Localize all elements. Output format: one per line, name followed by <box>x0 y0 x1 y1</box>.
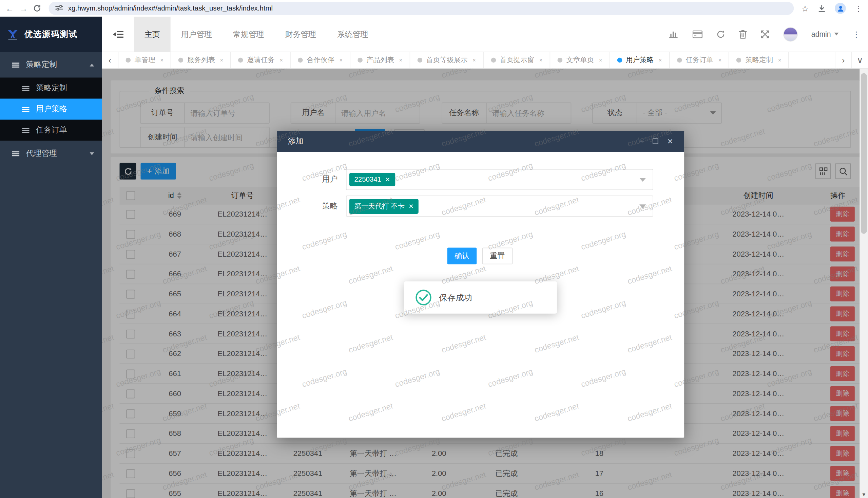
chevron-down-icon <box>90 152 94 155</box>
site-settings-icon[interactable] <box>55 3 63 13</box>
tab-label: 首页等级展示 <box>426 55 467 65</box>
tab-close-icon[interactable]: × <box>599 57 602 63</box>
tab-label: 文章单页 <box>566 55 594 65</box>
sidebar-item-任务订单[interactable]: 任务订单 <box>0 120 102 141</box>
browser-reload-icon[interactable] <box>33 4 41 12</box>
download-icon[interactable] <box>817 4 826 12</box>
appbar: 主页用户管理常规管理财务管理系统管理 a <box>102 17 868 52</box>
tab[interactable]: 服务列表× <box>171 52 231 68</box>
strategy-tag-value: 第一天代打 不卡 <box>354 201 404 211</box>
tab-label: 合作伙伴 <box>307 55 335 65</box>
tabs-menu-icon[interactable]: ∨ <box>851 52 868 68</box>
nav-item[interactable]: 系统管理 <box>327 16 379 52</box>
dialog-header[interactable]: 添加 – ✕ <box>277 131 684 152</box>
sidebar: 优选源码测试 策略定制策略定制用户策略任务订单代理管理 <box>0 17 102 498</box>
tab[interactable]: 文章单页× <box>550 52 610 68</box>
logo-text: 优选源码测试 <box>24 29 78 40</box>
tab[interactable]: 合作伙伴× <box>291 52 350 68</box>
address-bar[interactable]: xg.hwym.shop/admin/index#/admin/task.tas… <box>49 2 794 15</box>
more-menu-icon[interactable]: ⋮ <box>852 29 860 38</box>
strategy-tag: 第一天代打 不卡 ✕ <box>349 199 419 213</box>
logo: 优选源码测试 <box>0 17 102 52</box>
nav-item[interactable]: 常规管理 <box>222 16 274 52</box>
sidebar-item-用户策略[interactable]: 用户策略 <box>0 99 102 119</box>
browser-menu-icon[interactable]: ⋮ <box>855 4 863 13</box>
trash-icon[interactable] <box>739 29 747 38</box>
confirm-button[interactable]: 确认 <box>447 248 477 264</box>
collapse-sidebar-icon[interactable] <box>102 16 134 52</box>
user-multiselect[interactable]: 2250341 ✕ <box>346 169 653 190</box>
tab[interactable]: 产品列表× <box>350 52 410 68</box>
menu-list-icon <box>22 107 29 112</box>
user-field-row: 用户 2250341 ✕ <box>277 169 684 190</box>
sidebar-item-策略定制[interactable]: 策略定制 <box>0 77 102 99</box>
chevron-up-icon <box>90 64 94 66</box>
tab-close-icon[interactable]: × <box>160 57 163 63</box>
success-toast: 保存成功 <box>404 281 557 314</box>
page-scrollbar[interactable]: ▼ <box>860 68 868 498</box>
tab-close-icon[interactable]: × <box>399 57 402 63</box>
tab-label: 单管理 <box>135 55 155 65</box>
user-menu[interactable]: admin <box>811 30 839 38</box>
tab-close-icon[interactable]: × <box>718 57 722 63</box>
bookmark-star-icon[interactable]: ☆ <box>801 4 809 12</box>
sidebar-group-label: 策略定制 <box>26 60 57 69</box>
nav-item[interactable]: 用户管理 <box>171 16 222 52</box>
chevron-down-icon <box>834 32 839 35</box>
refresh-icon[interactable] <box>716 29 725 38</box>
user-avatar[interactable] <box>783 27 798 41</box>
card-panel-icon[interactable] <box>692 30 702 38</box>
tab[interactable]: 首页提示窗× <box>484 52 550 68</box>
menu-list-icon <box>22 128 29 133</box>
dialog-buttons: 确认 重置 <box>447 248 513 264</box>
tabs-scroll-left-icon[interactable]: ‹ <box>102 52 118 68</box>
tab-close-icon[interactable]: × <box>473 57 476 63</box>
sidebar-item-label: 任务订单 <box>36 125 67 135</box>
close-icon[interactable]: ✕ <box>667 138 673 145</box>
tab-label: 用户策略 <box>626 55 654 65</box>
browser-profile-icon[interactable] <box>835 3 846 14</box>
url-text: xg.hwym.shop/admin/index#/admin/task.tas… <box>68 4 273 12</box>
tab-close-icon[interactable]: × <box>659 57 662 63</box>
fullscreen-icon[interactable] <box>760 29 769 38</box>
sidebar-group[interactable]: 代理管理 <box>0 141 102 166</box>
tab-dot-icon <box>491 58 496 63</box>
dialog-title: 添加 <box>288 136 303 146</box>
user-tag: 2250341 ✕ <box>349 173 395 186</box>
tab-dot-icon <box>417 58 422 63</box>
tab[interactable]: 用户策略× <box>610 52 669 68</box>
tabs-scroll-right-icon[interactable]: › <box>835 52 851 68</box>
nav-item[interactable]: 主页 <box>134 16 171 52</box>
tab-close-icon[interactable]: × <box>220 57 223 63</box>
open-tabs: 单管理×服务列表×邀请任务×合作伙伴×产品列表×首页等级展示×首页提示窗×文章单… <box>118 52 835 68</box>
browser-back-icon[interactable]: ← <box>5 4 14 12</box>
tab[interactable]: 策略定制× <box>729 52 789 68</box>
browser-chrome: ← → xg.hwym.shop/admin/index#/admin/task… <box>0 0 868 17</box>
tab-label: 产品列表 <box>366 55 394 65</box>
sidebar-group-label: 代理管理 <box>26 148 57 158</box>
remove-tag-icon[interactable]: ✕ <box>385 176 390 183</box>
logo-icon <box>5 27 20 41</box>
strategy-field-row: 策略 第一天代打 不卡 ✕ <box>277 196 684 217</box>
tab-close-icon[interactable]: × <box>339 57 343 63</box>
sidebar-group[interactable]: 策略定制 <box>0 52 102 77</box>
tab-close-icon[interactable]: × <box>539 57 543 63</box>
strategy-multiselect[interactable]: 第一天代打 不卡 ✕ <box>346 196 653 217</box>
tab[interactable]: 任务订单× <box>669 52 729 68</box>
chart-icon[interactable] <box>669 30 678 38</box>
tab-dot-icon <box>357 58 363 63</box>
minimize-icon[interactable]: – <box>640 138 644 145</box>
maximize-icon[interactable] <box>653 139 658 144</box>
tabbar: ‹ 单管理×服务列表×邀请任务×合作伙伴×产品列表×首页等级展示×首页提示窗×文… <box>102 52 868 68</box>
dialog-reset-button[interactable]: 重置 <box>482 248 513 264</box>
remove-tag-icon[interactable]: ✕ <box>408 202 413 209</box>
browser-forward-icon[interactable]: → <box>19 4 27 12</box>
scrollbar-thumb[interactable] <box>861 73 867 234</box>
nav-item[interactable]: 财务管理 <box>274 16 326 52</box>
tab[interactable]: 单管理× <box>118 52 171 68</box>
tab[interactable]: 首页等级展示× <box>410 52 484 68</box>
tab-close-icon[interactable]: × <box>778 57 782 63</box>
scrollbar-down-arrow-icon[interactable]: ▼ <box>860 492 868 497</box>
tab[interactable]: 邀请任务× <box>231 52 291 68</box>
tab-close-icon[interactable]: × <box>280 57 283 63</box>
